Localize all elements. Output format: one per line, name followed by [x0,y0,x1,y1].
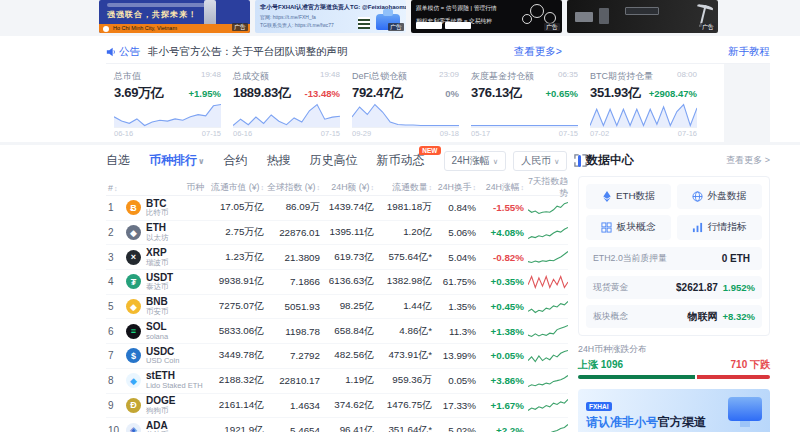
stat-card[interactable]: 总市值 19:48 3.69万亿 +1.95% 06-16 07-15 [108,70,227,138]
ad-banner-fxhai[interactable]: 非小号FXHAI认准官方渠道负责人TG: @Feixiaohaomak 官网: … [255,0,406,33]
tab-coin-ranking[interactable]: 币种排行∨ [149,152,205,169]
column-header[interactable]: 流通数量↕ [374,182,432,194]
column-header[interactable]: 24H涨幅↕ [476,182,524,194]
market-cap-cell: 2161.14亿 [204,399,264,412]
metric-row[interactable]: ETH2.0当前质押量 0 ETH [586,247,762,270]
data-center-title: 数据中心 [586,152,634,169]
stat-sparkline [233,103,340,127]
stat-card[interactable]: 灰度基金持仓额 06:35 376.13亿 +0.65% 05-17 07-15 [465,70,584,138]
sort-icon[interactable]: ↕ [114,185,118,192]
metric-value: $2621.87 [676,282,718,293]
up-count: 上涨 1096 [578,358,623,372]
sector-concept-button[interactable]: 板块概念 [586,215,671,240]
ad-decor [522,14,532,24]
turnover-cell: 5.02% [432,425,476,432]
change-24h-cell: +1.67% [476,400,524,411]
data-center-header: 数据中心 查看更多 > [578,145,770,176]
table-header-row: #↕ 币种↕ 流通市值 (¥)↕ 全球指数 (¥)↕ 24H额 (¥)↕ 流通数… [106,176,568,196]
change-24h-cell: +1.38% [476,326,524,337]
table-row[interactable]: 1 Ƀ BTC 比特币 17.05万亿 86.09万 1439.74亿 1981… [106,196,568,221]
stat-sparkline [114,103,221,127]
coin-cell[interactable]: ₮ USDT 泰达币 [126,273,204,291]
coin-name: 比特币 [146,209,169,217]
blocks-icon [601,222,612,233]
market-cap-cell: 2.75万亿 [204,226,264,239]
ad-banner-mining[interactable]: 广告 [567,0,718,33]
coin-cell[interactable]: ≡ SOL solana [126,322,204,340]
coin-cell[interactable]: ◆ stETH Lido Staked ETH [126,371,204,389]
stat-value: 1889.83亿 [233,84,291,102]
coin-cell[interactable]: ◆ BNB 币安币 [126,297,204,315]
tab-new-coins[interactable]: 新币动态NEW [377,152,425,169]
eth-data-button[interactable]: ETH数据 [586,184,671,209]
announcement-tag: 公告 [106,45,140,59]
trend-sparkline [528,226,568,240]
metric-row[interactable]: 现货黄金 $2621.87 1.952% [586,276,762,299]
speaker-icon [106,47,116,57]
column-header[interactable]: 24H额 (¥)↕ [320,182,374,194]
data-center-more-link[interactable]: 查看更多 > [726,154,770,167]
table-row[interactable]: 10 ◈ ADA 艾达币 1921.9亿 5.4654 96.41亿 351.6… [106,418,568,432]
ad-banner-trading[interactable]: 跟单模仿 = 信号跟随 | 管理行情 期权套利零手续费 = 交易纯粹 广告 [411,0,562,33]
table-row[interactable]: 7 $ USDC USD Coin 3449.78亿 7.2792 482.56… [106,344,568,369]
change-filter-dropdown[interactable]: 24H涨幅 ∨ [444,151,507,171]
column-header[interactable]: 24H换手↕ [432,182,476,194]
tab-watchlist[interactable]: 自选 [106,152,130,169]
trend-sparkline [528,398,568,412]
top-ad-band: 强强联合，共探未来！ Ho Chi Minh City, Vietnam 广告 … [0,0,800,36]
tab-contracts[interactable]: 合约 [224,152,248,169]
beginner-tutorial-link[interactable]: 新手教程 [728,45,770,59]
stat-date-end: 07-15 [559,129,578,138]
coin-cell[interactable]: Ƀ BTC 比特币 [126,199,204,217]
supply-cell: 351.64亿* [374,424,432,432]
volume-24h-cell: 482.56亿 [320,349,374,362]
coin-name: 以太坊 [146,234,169,242]
table-row[interactable]: 4 ₮ USDT 泰达币 9938.91亿 7.1866 6136.63亿 13… [106,270,568,295]
metric-row[interactable]: 板块概念 物联网 +8.32% [586,305,762,328]
metric-label: ETH2.0当前质押量 [593,253,667,265]
column-header[interactable]: 币种↕ [126,182,204,194]
metric-value: 0 ETH [722,253,750,264]
coin-cell[interactable]: ◆ ETH 以太坊 [126,223,204,241]
column-header[interactable]: 7天指数趋势↕ [524,176,568,200]
coin-icon: ◈ [126,423,141,432]
table-row[interactable]: 9 Ð DOGE 狗狗币 2161.14亿 1.4634 374.62亿 147… [106,394,568,419]
global-index-cell: 21.3809 [264,252,320,263]
announcement-more-link[interactable]: 查看更多> [514,45,562,59]
ad-banner-vietnam[interactable]: 强强联合，共探未来！ Ho Chi Minh City, Vietnam 广告 [99,0,250,33]
change-24h-cell: +4.08% [476,227,524,238]
table-row[interactable]: 5 ◆ BNB 币安币 7275.07亿 5051.93 98.25亿 1.44… [106,295,568,320]
currency-filter-dropdown[interactable]: 人民币 ∨ [513,151,567,171]
column-header[interactable]: 全球指数 (¥)↕ [264,182,320,194]
coin-cell[interactable]: ◈ ADA 艾达币 [126,421,204,432]
table-row[interactable]: 2 ◆ ETH 以太坊 2.75万亿 22876.01 1395.11亿 1.2… [106,221,568,246]
stat-card[interactable]: BTC期货持仓量 08:00 351.93亿 +2908.47% 07-02 0… [584,70,703,138]
column-header[interactable]: #↕ [108,183,126,193]
table-row[interactable]: 6 ≡ SOL solana 5833.06亿 1198.78 658.84亿 … [106,319,568,344]
stat-card[interactable]: 总成交额 19:48 1889.83亿 -13.48% 06-16 07-15 [227,70,346,138]
tab-hot-search[interactable]: 热搜 [267,152,291,169]
stat-card[interactable]: DeFi总锁仓额 23:09 792.47亿 0% 09-29 09-18 [346,70,465,138]
global-index-cell: 5051.93 [264,301,320,312]
coin-name: 泰达币 [146,283,173,291]
ad-decor [599,8,609,24]
ad-label: 广告 [232,23,248,31]
market-cap-cell: 17.05万亿 [204,201,264,214]
market-cap-cell: 1921.9亿 [204,424,264,432]
tab-historic-high[interactable]: 历史高位 [310,152,358,169]
metric-label: 现货黄金 [593,282,628,294]
coin-cell[interactable]: × XRP 瑞波币 [126,248,204,266]
global-index-cell: 7.1866 [264,276,320,287]
foreign-market-button[interactable]: 外盘数据 [677,184,762,209]
table-row[interactable]: 3 × XRP 瑞波币 1.23万亿 21.3809 619.73亿 575.6… [106,245,568,270]
market-indicator-button[interactable]: 行情指标 [677,215,762,240]
column-header[interactable]: 流通市值 (¥)↕ [204,182,264,194]
coin-cell[interactable]: $ USDC USD Coin [126,347,204,365]
official-channel-promo-banner[interactable]: FXHAI 请认准非小号官方渠道 非小号FXHAU认准官方微信负责人TG: @F… [578,389,770,432]
volume-24h-cell: 1439.74亿 [320,201,374,214]
ad-label: 广告 [700,23,716,31]
table-row[interactable]: 8 ◆ stETH Lido Staked ETH 2188.32亿 22810… [106,369,568,394]
coin-name: 币安币 [146,308,169,316]
coin-cell[interactable]: Ð DOGE 狗狗币 [126,396,204,414]
announcement-text[interactable]: 非小号官方公告：关于平台团队调整的声明 [148,45,348,59]
